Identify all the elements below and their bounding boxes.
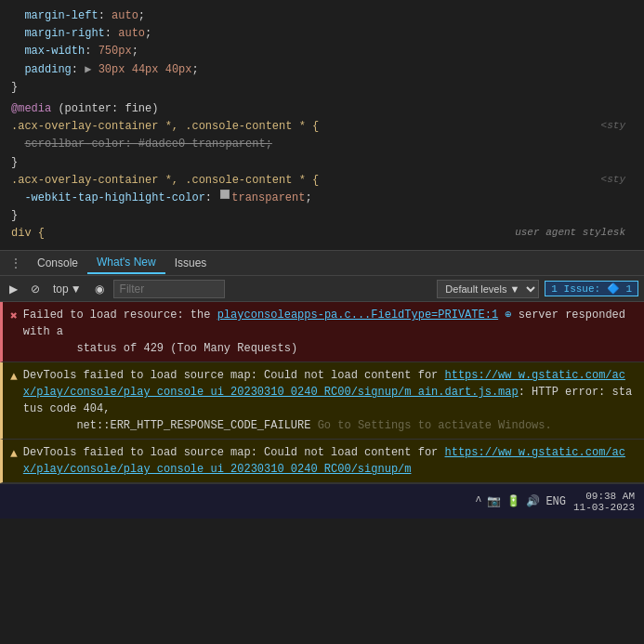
error-text-1: Failed to load resource: the playconsole… [23,307,637,357]
warning-icon-1: ▲ [10,368,18,387]
warning-link-2[interactable]: https://ww w.gstatic.com/acx/play/consol… [23,446,625,476]
taskbar-datetime: 09:38 AM 11-03-2023 [573,491,635,513]
block-icon: ⊘ [31,283,40,296]
issue-label: 1 Issue: [551,283,606,295]
devtools-code-area: margin-left : auto ; margin-right : auto… [0,0,644,250]
warning-text-2: DevTools failed to load source map: Coul… [23,444,637,478]
code-line-13: div { user agent stylesk [11,225,633,243]
code-selector-3: div { [11,225,45,243]
code-line-11: -webkit-tap-highlight-color : transparen… [11,190,633,207]
eye-icon: ◉ [95,283,104,296]
console-messages: ✖ Failed to load resource: the playconso… [0,302,644,483]
battery-icon: 🔋 [506,494,520,508]
code-property: max-width [24,43,85,60]
code-value: 750px [99,43,132,60]
code-line-5: } [11,79,633,97]
context-selector[interactable]: top ▼ [49,281,85,297]
tab-issues[interactable]: Issues [165,253,217,273]
code-value-2: transparent [231,190,305,207]
code-strikethrough: scrollbar-color: #dadce0 transparent; [24,136,271,153]
filter-input[interactable] [113,280,225,298]
issue-count: 1 [625,283,632,295]
code-source-label-2: <sty [601,172,625,189]
play-icon: ▶ [9,283,18,296]
code-line-8: scrollbar-color: #dadce0 transparent; [11,136,633,153]
play-button[interactable]: ▶ [6,281,21,297]
code-property: margin-left [24,7,98,25]
code-line-2: margin-right : auto ; [11,25,633,43]
code-indent [11,7,24,25]
context-arrow-icon: ▼ [71,283,82,296]
windows-activate-text: Go to Settings to activate Windows. [318,419,552,432]
error-link-1[interactable]: playconsoleapps-pa.c...FieldType=PRIVATE… [217,309,498,322]
code-line-10: .acx-overlay-container *, .console-conte… [11,172,633,190]
code-value: auto [112,7,138,25]
code-property: padding [24,61,71,79]
error-icon-1: ✖ [10,308,18,326]
code-line-1: margin-left : auto ; [11,7,633,25]
sound-icon: 🔊 [526,494,540,508]
code-line-6: @media (pointer: fine) [11,100,633,118]
taskbar: ^ 📷 🔋 🔊 ENG 09:38 AM 11-03-2023 [0,483,644,519]
issue-icon: 🔷 [607,283,620,295]
console-toolbar: ▶ ⊘ top ▼ ◉ Default levels ▼ 1 Issue: 🔷 … [0,276,644,302]
tab-dots[interactable]: ⋮ [4,252,28,275]
taskbar-time: 09:38 AM [573,491,635,502]
caret-icon: ^ [475,495,481,508]
tab-console[interactable]: Console [28,253,87,273]
taskbar-date: 11-03-2023 [573,502,635,513]
code-line-9: } [11,154,633,172]
code-property: margin-right [24,25,104,43]
code-line-7: .acx-overlay-container *, .console-conte… [11,118,633,136]
code-value: auto [118,25,145,43]
code-line-12: } [11,207,633,225]
code-line-3: max-width : 750px ; [11,43,633,60]
external-icon: ⊕ [505,309,511,322]
language-label: ENG [545,495,566,508]
code-selector: .acx-overlay-container *, .console-conte… [11,118,319,136]
context-label: top [53,283,69,296]
block-button[interactable]: ⊘ [27,281,44,297]
warning-text-1: DevTools failed to load source map: Coul… [23,367,637,434]
devtools-tabs-bar: ⋮ Console What's New Issues [0,250,644,276]
code-line-4: padding : ▶ 30px 44px 40px ; [11,61,633,79]
code-selector-2: .acx-overlay-container *, .console-conte… [11,172,319,190]
code-property-2: -webkit-tap-highlight-color [24,190,204,207]
eye-button[interactable]: ◉ [91,281,108,297]
code-expand-arrow[interactable]: ▶ [85,61,91,79]
warning-icon-2: ▲ [10,445,18,464]
code-source-label-3: user agent stylesk [515,225,625,242]
error-message-1: ✖ Failed to load resource: the playconso… [0,302,644,362]
code-value: 30px 44px 40px [91,61,191,79]
code-source-label-1: <sty [601,118,625,135]
warning-link-1[interactable]: https://ww w.gstatic.com/acx/play/consol… [23,369,625,399]
warning-message-2: ▲ DevTools failed to load source map: Co… [0,440,644,483]
tab-whats-new[interactable]: What's New [87,252,165,274]
code-at-rule: @media [11,100,51,118]
warning-message-1: ▲ DevTools failed to load source map: Co… [0,362,644,440]
color-swatch[interactable] [220,190,230,199]
default-levels-select[interactable]: Default levels ▼ [437,280,539,298]
issue-badge[interactable]: 1 Issue: 🔷 1 [545,281,638,296]
taskbar-icons: ^ 📷 🔋 🔊 ENG [475,494,566,508]
camera-icon: 📷 [487,494,501,508]
